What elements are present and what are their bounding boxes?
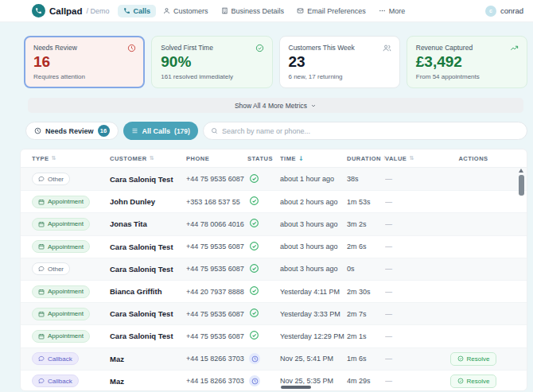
cell-time: Yesterday 3:33 PM bbox=[280, 310, 347, 318]
nav-item-customers[interactable]: Customers bbox=[158, 5, 214, 17]
status-completed-icon bbox=[249, 263, 259, 275]
status-completed-icon bbox=[249, 285, 259, 297]
nav-item-label: Calls bbox=[134, 7, 151, 15]
column-header-value[interactable]: Value⇅ bbox=[385, 155, 433, 162]
metric-value: 16 bbox=[33, 54, 135, 69]
table-header-row: Type⇅Customer⇅PhoneStatusTime↓Duration⇅V… bbox=[21, 149, 527, 168]
chat-icon bbox=[38, 378, 45, 384]
table-row[interactable]: AppointmentJonas Tita+44 78 0066 4016abo… bbox=[21, 212, 527, 235]
metric-card-revenue-captured[interactable]: Revenue Captured£3,492From 54 appointmen… bbox=[407, 36, 527, 88]
column-header-duration[interactable]: Duration⇅ bbox=[347, 155, 385, 162]
nav-item-label: Business Details bbox=[231, 7, 285, 15]
nav-item-email-preferences[interactable]: Email Preferences bbox=[291, 5, 372, 17]
type-badge: Appointment bbox=[32, 330, 90, 343]
table-row[interactable]: AppointmentCara Saloniq Test+44 75 9535 … bbox=[21, 324, 527, 347]
brand[interactable]: Callpad / Demo bbox=[32, 4, 110, 17]
table-row[interactable]: AppointmentCara Saloniq Test+44 75 9535 … bbox=[21, 302, 527, 324]
table-row[interactable]: AppointmentCara Saloniq Test+44 75 9535 … bbox=[21, 235, 527, 258]
status-pending-clock-icon bbox=[249, 353, 260, 364]
table-row[interactable]: OtherCara Saloniq Test+44 75 9535 6087ab… bbox=[21, 168, 527, 190]
cell-phone: +44 75 9535 6087 bbox=[186, 310, 247, 318]
cell-type: Appointment bbox=[32, 218, 110, 231]
status-pending-clock-icon bbox=[249, 375, 260, 386]
metric-value: 90% bbox=[161, 54, 263, 69]
horizontal-scrollbar-thumb[interactable] bbox=[281, 386, 311, 389]
cell-time: about 1 hour ago bbox=[280, 175, 347, 183]
search-box[interactable] bbox=[203, 122, 527, 140]
nav-item-calls[interactable]: Calls bbox=[118, 5, 157, 17]
cell-type: Appointment bbox=[32, 330, 110, 343]
search-input[interactable] bbox=[222, 127, 519, 135]
filter-tabs: Needs Review16All Calls(179) bbox=[25, 122, 198, 140]
table-row[interactable]: AppointmentBianca Griffith+44 20 7937 88… bbox=[21, 280, 527, 302]
cell-customer: Jonas Tita bbox=[110, 219, 186, 228]
cell-type: Callback bbox=[32, 352, 110, 365]
metric-cards: Needs Review16Requires attentionSolved F… bbox=[24, 36, 527, 88]
show-more-label: Show All 4 More Metrics bbox=[235, 102, 307, 110]
cell-customer: Maz bbox=[110, 377, 186, 386]
check-circle-icon bbox=[457, 378, 464, 384]
table-row[interactable]: OtherCara Saloniq Test+44 75 9535 6087ab… bbox=[21, 258, 527, 280]
metric-card-customers-this-week[interactable]: Customers This Week236 new, 17 returning bbox=[279, 36, 400, 88]
status-completed-icon bbox=[249, 330, 259, 342]
chat-icon bbox=[38, 266, 45, 272]
type-badge: Appointment bbox=[32, 308, 90, 320]
vertical-scrollbar-thumb[interactable] bbox=[519, 175, 524, 196]
cell-type: Other bbox=[32, 262, 110, 275]
column-header-customer[interactable]: Customer⇅ bbox=[110, 155, 186, 162]
metric-card-solved-first-time[interactable]: Solved First Time90%161 resolved immedia… bbox=[151, 36, 272, 88]
sort-desc-icon: ↓ bbox=[298, 155, 304, 162]
cell-time: Yesterday 12:29 PM bbox=[280, 332, 347, 340]
tab-all-calls[interactable]: All Calls(179) bbox=[123, 122, 198, 140]
cell-time: about 2 hours ago bbox=[280, 198, 347, 206]
nav-item-business-details[interactable]: Business Details bbox=[216, 5, 290, 17]
resolve-label: Resolve bbox=[467, 355, 490, 363]
column-header-time[interactable]: Time↓ bbox=[280, 155, 347, 162]
cell-duration: 2m 7s bbox=[347, 310, 385, 318]
resolve-button[interactable]: Resolve bbox=[450, 375, 497, 388]
metric-card-needs-review[interactable]: Needs Review16Requires attention bbox=[24, 36, 145, 88]
cell-phone: +44 78 0066 4016 bbox=[186, 220, 247, 228]
cell-phone: +44 20 7937 8888 bbox=[186, 288, 247, 296]
table-row[interactable]: CallbackMaz+44 15 8266 3703Nov 25, 5:41 … bbox=[21, 347, 527, 370]
metric-title: Revenue Captured bbox=[416, 44, 518, 52]
column-header-actions: Actions bbox=[433, 155, 514, 162]
cell-type: Other bbox=[32, 173, 110, 185]
people-icon bbox=[383, 44, 391, 52]
resolve-button[interactable]: Resolve bbox=[450, 352, 497, 366]
column-header-type[interactable]: Type⇅ bbox=[32, 155, 110, 162]
type-label: Appointment bbox=[48, 332, 84, 340]
cell-duration: 1m 53s bbox=[347, 198, 385, 206]
tab-needs-review[interactable]: Needs Review16 bbox=[25, 122, 119, 140]
cell-type: Appointment bbox=[32, 240, 110, 253]
check-circle-icon bbox=[255, 44, 264, 52]
table-row[interactable]: AppointmentJohn Dunley+353 168 537 55abo… bbox=[21, 190, 527, 212]
trend-up-icon bbox=[510, 44, 519, 52]
cell-status bbox=[247, 353, 280, 364]
cell-phone: +44 75 9535 6087 bbox=[186, 332, 247, 340]
user-menu[interactable]: c conrad bbox=[485, 6, 523, 17]
cell-customer: Cara Saloniq Test bbox=[110, 265, 186, 274]
vertical-scrollbar[interactable] bbox=[518, 169, 524, 390]
person-icon bbox=[163, 7, 170, 14]
show-more-metrics-button[interactable]: Show All 4 More Metrics bbox=[28, 98, 523, 113]
tab-count: (179) bbox=[174, 127, 190, 135]
cell-customer: Cara Saloniq Test bbox=[110, 309, 186, 318]
ellipsis-icon bbox=[379, 7, 386, 14]
type-badge: Appointment bbox=[32, 218, 90, 231]
table-row[interactable]: CallbackMaz+44 15 8266 3703Nov 25, 5:35 … bbox=[21, 370, 527, 391]
nav-item-label: Customers bbox=[173, 7, 208, 15]
column-label: Duration bbox=[347, 155, 381, 162]
filter-controls: Needs Review16All Calls(179) bbox=[25, 122, 527, 140]
scroll-up-arrow-icon[interactable] bbox=[519, 169, 523, 173]
cell-time: Nov 25, 5:35 PM bbox=[280, 377, 347, 385]
cell-customer: Bianca Griffith bbox=[110, 287, 186, 296]
cell-time: Yesterday 4:11 PM bbox=[280, 288, 347, 296]
cell-status bbox=[247, 218, 280, 230]
main-nav: CallsCustomersBusiness DetailsEmail Pref… bbox=[118, 5, 411, 17]
cell-value: — bbox=[385, 243, 433, 250]
cell-status bbox=[247, 285, 280, 297]
cell-phone: +44 15 8266 3703 bbox=[186, 377, 247, 385]
cell-phone: +44 15 8266 3703 bbox=[186, 355, 247, 363]
nav-item-more[interactable]: More bbox=[373, 5, 411, 17]
